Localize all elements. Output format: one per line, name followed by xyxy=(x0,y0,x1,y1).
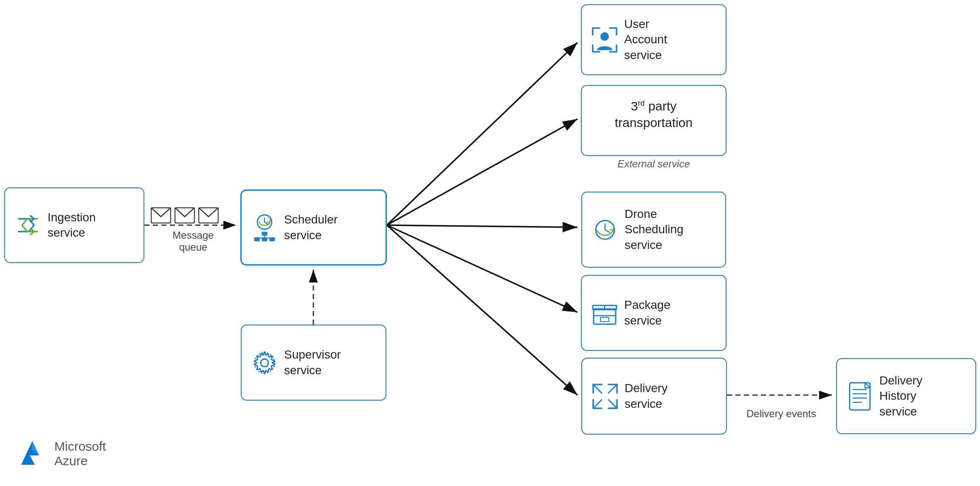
scheduler-to-thirdparty-arrow xyxy=(387,119,577,225)
svg-rect-32 xyxy=(850,383,870,410)
scheduler-to-useraccount-arrow xyxy=(387,42,577,225)
external-service-label: External service xyxy=(581,158,727,170)
package-service-label: Packageservice xyxy=(624,297,670,328)
azure-logo-text: Microsoft Azure xyxy=(54,439,106,468)
third-party-service-box: 3rd partytransportation xyxy=(581,85,727,156)
envelope-icon-1 xyxy=(151,207,171,223)
delivery-service-box: Deliveryservice xyxy=(581,358,727,435)
delivery-service-label: Deliveryservice xyxy=(625,381,667,412)
delivery-history-service-box: DeliveryHistoryservice xyxy=(836,358,976,434)
scheduler-to-delivery-arrow xyxy=(387,225,577,395)
svg-rect-14 xyxy=(262,237,267,241)
supervisor-service-box: Supervisorservice xyxy=(241,325,386,401)
drone-scheduling-icon xyxy=(591,216,619,243)
envelope-icon-3 xyxy=(198,207,219,223)
svg-rect-16 xyxy=(269,237,275,241)
user-account-service-label: UserAccountservice xyxy=(624,17,667,63)
arrows-svg xyxy=(0,0,980,486)
svg-point-19 xyxy=(600,32,609,41)
package-icon xyxy=(591,300,618,327)
message-queue-icons xyxy=(151,207,219,223)
package-service-box: Packageservice xyxy=(581,275,727,351)
supervisor-service-label: Supervisorservice xyxy=(284,347,341,378)
svg-line-30 xyxy=(593,400,602,408)
diagram-container: Messagequeue Delivery events Ingestionse… xyxy=(0,0,980,486)
scheduler-to-package-arrow xyxy=(387,225,577,312)
azure-logo: Microsoft Azure xyxy=(17,438,106,469)
user-account-service-box: UserAccountservice xyxy=(581,4,727,75)
supervisor-icon xyxy=(251,349,278,376)
user-account-icon xyxy=(591,26,618,54)
svg-rect-8 xyxy=(262,232,267,235)
ingestion-service-label: Ingestionservice xyxy=(48,210,96,241)
delivery-icon xyxy=(591,383,619,410)
svg-line-22 xyxy=(605,230,610,232)
drone-scheduling-service-label: DroneSchedulingservice xyxy=(625,206,684,253)
svg-line-29 xyxy=(608,384,617,393)
svg-line-31 xyxy=(608,400,617,408)
scheduler-service-label: Schedulerservice xyxy=(284,212,338,243)
scheduler-icon xyxy=(251,214,278,241)
ingestion-service-box: Ingestionservice xyxy=(4,187,144,263)
ingestion-icon xyxy=(14,212,42,239)
delivery-history-icon xyxy=(846,383,873,410)
delivery-history-service-label: DeliveryHistoryservice xyxy=(879,373,922,419)
svg-rect-27 xyxy=(600,317,609,322)
svg-rect-12 xyxy=(254,237,260,241)
scheduler-to-drone-arrow xyxy=(387,225,577,227)
azure-logo-icon xyxy=(17,438,48,469)
message-queue-label: Messagequeue xyxy=(151,229,236,253)
delivery-events-label: Delivery events xyxy=(735,408,828,420)
scheduler-service-box: Schedulerservice xyxy=(240,189,387,266)
envelope-icon-2 xyxy=(175,207,195,223)
svg-line-28 xyxy=(593,384,602,393)
third-party-service-label: 3rd partytransportation xyxy=(591,98,716,131)
svg-point-17 xyxy=(261,359,268,367)
drone-scheduling-service-box: DroneSchedulingservice xyxy=(581,192,726,268)
